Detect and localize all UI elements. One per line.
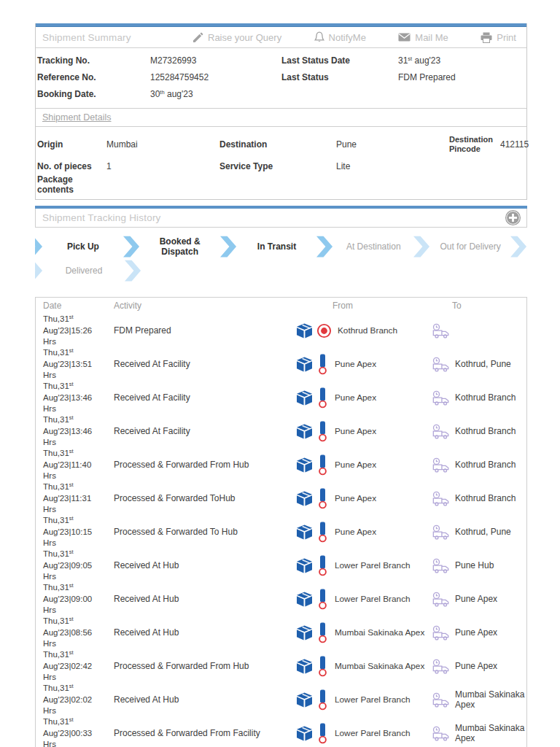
cell-from: Lower Parel Branch bbox=[289, 589, 426, 610]
to-location: Kothrud Branch bbox=[455, 426, 528, 436]
date-line1: Thu,31st bbox=[43, 582, 106, 594]
cell-from: Lower Parel Branch bbox=[289, 555, 426, 576]
tracking-title: Shipment Tracking History bbox=[36, 212, 192, 223]
action-mail-me[interactable]: Mail Me bbox=[398, 32, 448, 43]
cell-date: Thu,31stAug'23|13:46 Hrs bbox=[36, 381, 106, 414]
field-label-text: Origin bbox=[37, 139, 63, 150]
step-label: Delivered bbox=[43, 266, 125, 276]
cell-to: Pune Apex bbox=[426, 659, 528, 674]
header-actions: Raise your QueryNotifyMeMail MePrint bbox=[192, 31, 526, 43]
step-label: Pick Up bbox=[43, 241, 123, 252]
field-value-text: 125284759452 bbox=[150, 72, 209, 82]
details-row: Package contents bbox=[37, 174, 526, 195]
date-line1: Thu,31st bbox=[43, 381, 106, 392]
date-line1: Thu,31st bbox=[43, 347, 106, 359]
cell-to: Kothrud Branch bbox=[426, 390, 528, 406]
date-line1: Thu,31st bbox=[43, 716, 106, 728]
chevron-icon bbox=[35, 236, 43, 258]
truck-icon bbox=[432, 625, 451, 640]
cell-date: Thu,31stAug'23|15:26 Hrs bbox=[36, 314, 106, 347]
summary-row: Booking Date.30th aug'23 bbox=[37, 85, 526, 102]
truck-icon bbox=[432, 726, 451, 741]
to-location: Pune Apex bbox=[455, 594, 528, 604]
truck-icon bbox=[432, 457, 451, 473]
table-row: Thu,31stAug'23|13:46 HrsReceived At Faci… bbox=[36, 414, 526, 448]
field-value: Lite bbox=[336, 161, 449, 171]
date-line1: Thu,31st bbox=[43, 649, 106, 661]
cell-from: Pune Apex bbox=[289, 354, 426, 375]
action-notifyme[interactable]: NotifyMe bbox=[314, 31, 366, 43]
cell-to: Kothrud, Pune bbox=[426, 357, 528, 372]
step-label: In Transit bbox=[237, 241, 317, 252]
action-label: NotifyMe bbox=[329, 32, 366, 43]
truck-icon bbox=[432, 491, 451, 506]
route-marker-icon bbox=[316, 488, 329, 509]
tracking-history-card: Shipment Tracking History Pick UpBooked … bbox=[35, 206, 527, 282]
table-row: Thu,31stAug'23|13:46 HrsReceived At Faci… bbox=[36, 381, 526, 414]
to-location: Kothrud Branch bbox=[455, 460, 528, 470]
cell-activity: Received At Facility bbox=[106, 359, 289, 369]
date-line2: Aug'23|00:33 Hrs bbox=[43, 728, 106, 747]
package-icon bbox=[296, 625, 313, 640]
field-value-text: M27326993 bbox=[150, 55, 196, 66]
summary-row: Tracking No.M27326993Last Status Date31s… bbox=[37, 52, 526, 69]
cell-date: Thu,31stAug'23|10:15 Hrs bbox=[36, 515, 106, 549]
chevron-icon bbox=[510, 236, 527, 258]
cell-activity: Processed & Forwarded ToHub bbox=[106, 493, 289, 503]
date-line2: Aug'23|13:46 Hrs bbox=[43, 392, 106, 414]
step-delivered: Delivered bbox=[43, 258, 141, 282]
cell-from: Mumbai Sakinaka Apex bbox=[289, 656, 426, 677]
table-header-row: DateActivityFromTo bbox=[36, 298, 526, 314]
column-header-to: To bbox=[426, 301, 528, 311]
ordinal-suffix: st bbox=[408, 55, 412, 62]
truck-icon bbox=[432, 390, 451, 406]
field-label-text: Reference No. bbox=[37, 72, 96, 82]
from-location: Pune Apex bbox=[335, 359, 376, 369]
field-label-text: Last Status bbox=[281, 72, 329, 82]
add-button[interactable] bbox=[505, 209, 521, 226]
cell-to: Mumbai Sakinaka Apex bbox=[426, 689, 528, 710]
truck-icon bbox=[432, 659, 451, 674]
action-raise-your-query[interactable]: Raise your Query bbox=[192, 32, 281, 43]
field-label: Origin bbox=[37, 139, 106, 150]
action-label: Mail Me bbox=[415, 32, 448, 43]
route-marker-icon bbox=[316, 555, 329, 576]
field-label-text: Destination Pincode bbox=[449, 135, 493, 153]
date-day: Thu,31 bbox=[43, 684, 69, 692]
steps-row: Pick UpBooked & DispatchIn TransitAt Des… bbox=[35, 234, 527, 258]
field-value-text: 30 bbox=[150, 89, 160, 99]
field-label: Destination Pincode bbox=[449, 135, 500, 154]
to-location: Kothrud Branch bbox=[455, 392, 528, 403]
field-value-rest: aug'23 bbox=[165, 89, 193, 99]
route-marker-icon bbox=[316, 354, 329, 375]
date-line2: Aug'23|13:46 Hrs bbox=[43, 426, 106, 448]
truck-icon bbox=[432, 592, 451, 607]
route-marker-icon bbox=[316, 522, 329, 543]
date-day: Thu,31 bbox=[43, 583, 69, 592]
from-location: Pune Apex bbox=[335, 426, 376, 436]
field-value-text: FDM Prepared bbox=[398, 72, 456, 82]
field-label: Last Status Date bbox=[281, 55, 398, 66]
date-line1: Thu,31st bbox=[43, 683, 106, 694]
cell-from: Lower Parel Branch bbox=[289, 723, 426, 744]
cell-from: Lower Parel Branch bbox=[289, 689, 426, 711]
package-icon bbox=[296, 323, 313, 338]
chevron-icon bbox=[316, 236, 333, 258]
field-value-rest: aug'23 bbox=[412, 55, 440, 66]
route-marker-icon bbox=[316, 723, 329, 744]
details-header: Shipment Details bbox=[36, 108, 526, 127]
package-icon bbox=[296, 357, 313, 372]
date-line1: Thu,31st bbox=[43, 481, 106, 493]
summary-title: Shipment Summary bbox=[36, 32, 192, 43]
date-line2: Aug'23|15:26 Hrs bbox=[43, 325, 106, 347]
date-line2: Aug'23|10:15 Hrs bbox=[43, 527, 106, 549]
field-value-text: Pune bbox=[336, 139, 357, 150]
action-print[interactable]: Print bbox=[481, 32, 516, 43]
cell-from: Pune Apex bbox=[289, 454, 426, 476]
package-icon bbox=[296, 592, 313, 607]
cell-date: Thu,31stAug'23|09:05 Hrs bbox=[36, 549, 106, 582]
field-label: Last Status bbox=[281, 72, 398, 82]
step-in-transit: In Transit bbox=[237, 234, 334, 258]
date-line2: Aug'23|11:31 Hrs bbox=[43, 493, 106, 515]
details-title: Shipment Details bbox=[42, 112, 112, 123]
